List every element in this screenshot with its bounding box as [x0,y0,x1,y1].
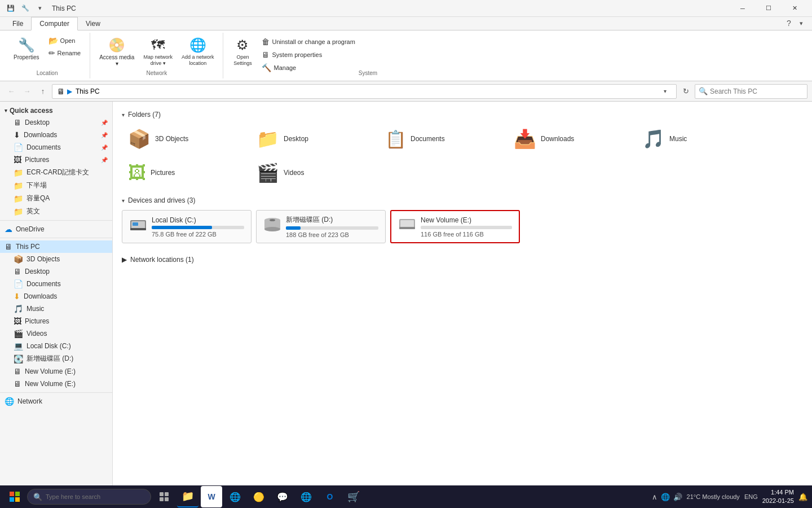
sidebar-item-yingwen[interactable]: 📁 英文 [0,205,112,218]
folder-item-music[interactable]: 🎵 Music [636,124,760,154]
sidebar-item-onedrive[interactable]: ☁ OneDrive [0,223,112,235]
folder-item-documents[interactable]: 📋 Documents [379,124,503,154]
start-button[interactable] [5,487,25,507]
drive-item-e[interactable]: New Volume (E:) 116 GB free of 116 GB [390,210,520,243]
sidebar-item-music-pc[interactable]: 🎵 Music [0,303,112,315]
taskbar: 🔍 📁 W 🌐 🟡 💬 🌐 O 🛒 ∧ 🌐 🔊 21°C Mostly clou… [0,485,812,508]
sidebar-item-documents[interactable]: 📄 Documents 📌 [0,141,112,154]
refresh-button[interactable]: ↻ [679,85,692,98]
sidebar-item-downloads[interactable]: ⬇ Downloads 📌 [0,129,112,141]
properties-button[interactable]: 🔧 Properties [10,35,43,63]
ribbon-toggle-button[interactable]: ▾ [795,17,807,29]
sidebar-item-desktop[interactable]: 🖥 Desktop 📌 [0,116,112,129]
window-title: This PC [52,5,76,12]
sidebar-item-rongliang[interactable]: 📁 容量QA [0,192,112,205]
open-button[interactable]: 📂 Open [45,35,85,46]
task-view-button[interactable] [153,486,175,507]
uninstall-button[interactable]: 🗑 Uninstall or change a program [258,36,358,47]
sidebar-item-localc[interactable]: 💻 Local Disk (C:) [0,340,112,352]
search-input[interactable] [710,87,804,95]
maximize-button[interactable]: ☐ [756,0,782,17]
access-media-button[interactable]: 📀 Access media ▾ [96,35,138,69]
folder-item-pictures[interactable]: 🖼 Pictures [122,158,246,187]
sidebar-item-pictures[interactable]: 🖼 Pictures 📌 [0,154,112,166]
sidebar-item-drivd[interactable]: 💽 新增磁碟區 (D:) [0,352,112,365]
svg-rect-2 [130,228,146,230]
sidebar-item-drive-e1[interactable]: 🖥 New Volume (E:) [0,365,112,378]
sidebar-item-videos-pc[interactable]: 🎬 Videos [0,327,112,340]
sidebar-music-label: Music [27,305,44,313]
taskbar-outlook-button[interactable]: O [319,486,341,507]
folder-item-videos[interactable]: 🎬 Videos [250,158,374,187]
folders-section-header[interactable]: ▾ Folders (7) [122,111,803,119]
svg-rect-9 [400,220,414,228]
sidebar-item-desktop-pc[interactable]: 🖥 Desktop [0,265,112,278]
help-button[interactable]: ? [783,17,795,29]
sidebar-item-3dobjects[interactable]: 📦 3D Objects [0,253,112,265]
folder-item-desktop[interactable]: 📁 Desktop [250,124,374,154]
folder-item-downloads[interactable]: 📥 Downloads [508,124,632,154]
network-locations-section[interactable]: ▶ Network locations (1) [122,252,803,267]
address-dropdown-button[interactable]: ▾ [658,85,672,98]
sidebar-item-ecr[interactable]: 📁 ECR-CARD記憶卡文 [0,166,112,179]
add-location-icon: 🌐 [189,37,206,53]
taskbar-search-bar[interactable]: 🔍 [27,489,151,505]
tab-file[interactable]: File [5,17,31,30]
manage-button[interactable]: 🔨 Manage [258,62,358,73]
rename-button[interactable]: ✏ Rename [45,47,85,59]
tab-computer[interactable]: Computer [31,17,78,30]
sidebar-item-documents-pc[interactable]: 📄 Documents [0,278,112,290]
search-box[interactable]: 🔍 [695,84,807,99]
drives-section-header[interactable]: ▾ Devices and drives (3) [122,196,803,204]
drive-item-c[interactable]: Local Disk (C:) 75.8 GB free of 222 GB [122,210,251,243]
tray-volume-icon[interactable]: 🔊 [673,493,682,501]
taskbar-browser1-button[interactable]: 🌐 [224,486,246,507]
open-settings-button[interactable]: ⚙ OpenSettings [229,35,256,69]
sidebar-quick-access-header[interactable]: ▾ Quick access [0,104,112,116]
tray-network-icon[interactable]: 🌐 [661,493,670,501]
taskbar-chrome-button[interactable]: 🟡 [248,486,270,507]
back-button[interactable]: ← [5,85,18,98]
sidebar-item-thispc[interactable]: 🖥 This PC [0,240,112,253]
search-icon: 🔍 [699,87,708,95]
sidebar-item-drive-e2[interactable]: 🖥 New Volume (E:) [0,378,112,390]
tray-up-icon[interactable]: ∧ [652,493,657,501]
taskbar-file-explorer-button[interactable]: 📁 [177,486,198,507]
taskbar-word-button[interactable]: W [201,486,222,507]
taskbar-line-button[interactable]: 💬 [272,486,293,507]
drive-e-name: New Volume (E:) [421,216,512,224]
ribbon-content: 🔧 Properties 📂 Open ✏ Rename Location [0,30,812,81]
save-button[interactable]: 💾 [5,2,17,15]
chevron-drives-icon: ▾ [122,198,125,204]
address-box[interactable]: 🖥 ▶ This PC ▾ [52,84,677,99]
map-network-drive-button[interactable]: 🗺 Map networkdrive ▾ [140,35,176,69]
taskbar-time[interactable]: 1:44 PM 2022-01-25 [762,488,794,506]
sidebar-thispc-label: This PC [16,243,40,251]
properties-quick-button[interactable]: 🔧 [19,2,32,15]
tab-view[interactable]: View [78,17,108,30]
close-button[interactable]: ✕ [782,0,807,17]
minimize-button[interactable]: ─ [730,0,756,17]
sidebar-item-network[interactable]: 🌐 Network [0,395,112,408]
ribbon-location-items: 🔧 Properties 📂 Open ✏ Rename [10,35,84,69]
taskbar-store-button[interactable]: 🛒 [343,486,364,507]
up-button[interactable]: ↑ [36,85,50,98]
rongliang-icon: 📁 [14,194,23,203]
notification-icon[interactable]: 🔔 [798,493,807,501]
sidebar-item-xiaban[interactable]: 📁 下半場 [0,179,112,192]
taskbar-search-input[interactable] [46,493,145,500]
add-network-location-button[interactable]: 🌐 Add a networklocation [178,35,218,69]
sidebar-item-pictures-pc[interactable]: 🖼 Pictures [0,315,112,327]
svg-rect-12 [15,492,20,496]
dropdown-button[interactable]: ▾ [34,2,46,15]
drive-item-d[interactable]: 新增磁碟區 (D:) 188 GB free of 223 GB [256,210,386,243]
folder-item-3dobjects[interactable]: 📦 3D Objects [122,124,246,154]
system-properties-button[interactable]: 🖥 System properties [258,49,358,60]
sidebar-drivd-label: 新增磁碟區 (D:) [27,354,73,364]
drive-e-bar-bg [421,226,512,229]
sidebar-downloads2-label: Downloads [24,292,57,300]
sidebar-item-downloads-pc[interactable]: ⬇ Downloads [0,290,112,303]
network-locations-label: Network locations (1) [130,256,194,264]
taskbar-ie-button[interactable]: 🌐 [295,486,317,507]
forward-button[interactable]: → [20,85,34,98]
